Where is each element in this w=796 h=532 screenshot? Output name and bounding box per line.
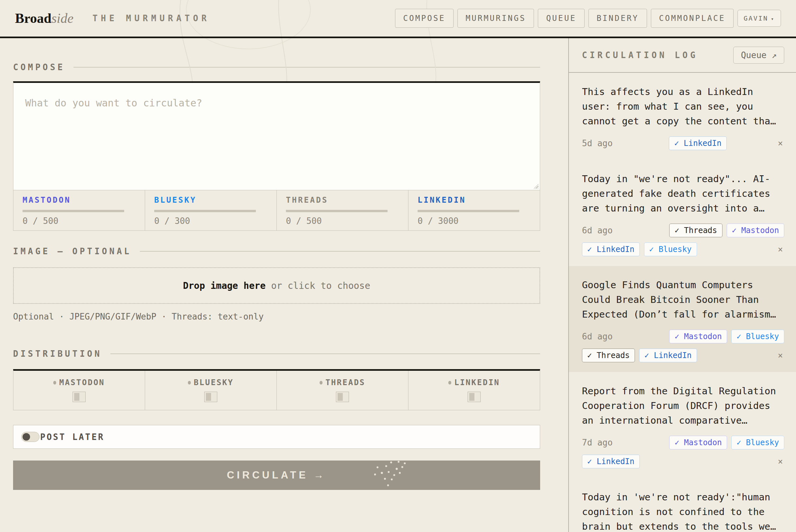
bluesky-badge[interactable]: ✓ Bluesky	[644, 243, 697, 256]
threads-progress-track	[286, 210, 387, 212]
chevron-down-icon: ▾	[771, 16, 775, 22]
linkedin-checkbox[interactable]	[468, 392, 481, 402]
section-divider-line	[74, 67, 540, 68]
distribution-cell-threads: THREADS	[276, 371, 408, 410]
distribution-section: DISTRIBUTION MASTODON BLUESKY THREADS LI…	[13, 349, 540, 410]
logo-secondary: side	[51, 11, 74, 26]
bluesky-progress-track	[154, 210, 256, 212]
log-entry-time: 6d ago	[582, 331, 619, 341]
image-section-label: IMAGE — OPTIONAL	[13, 246, 131, 256]
platform-dot-icon	[53, 381, 56, 384]
nav-commonplace-button[interactable]: COMMONPLACE	[651, 9, 734, 28]
threads-checkbox[interactable]	[336, 392, 349, 402]
platform-dot-icon	[188, 381, 191, 384]
mastodon-counter-label: MASTODON	[22, 195, 135, 205]
mastodon-badge[interactable]: ✓ Mastodon	[727, 224, 784, 237]
log-entry-text: Today in 'we're not ready':"human cognit…	[582, 490, 784, 532]
checkbox-inner	[338, 393, 343, 401]
threads-counter: THREADS 0 / 500	[276, 190, 408, 230]
close-icon[interactable]: ×	[776, 245, 784, 254]
character-counters: MASTODON 0 / 500 BLUESKY 0 / 300 THREADS…	[13, 190, 540, 231]
mastodon-progress-track	[22, 210, 124, 212]
log-entry-time: 6d ago	[582, 226, 619, 235]
dropzone-primary-text: Drop image here	[183, 280, 266, 291]
section-divider-line	[140, 251, 540, 252]
user-menu-button[interactable]: GAVIN▾	[738, 10, 781, 27]
platform-dot-icon	[448, 381, 451, 384]
app-header: Broadside THE MURMURATOR COMPOSE MURMURI…	[0, 0, 796, 38]
compose-box	[13, 81, 540, 190]
mastodon-char-count: 0 / 500	[22, 216, 135, 226]
main-nav: COMPOSE MURMURINGS QUEUE BINDERY COMMONP…	[395, 9, 781, 28]
checkbox-inner	[206, 393, 211, 401]
post-later-toggle[interactable]	[21, 432, 39, 442]
nav-bindery-button[interactable]: BINDERY	[589, 9, 647, 28]
linkedin-badge[interactable]: ✓ LinkedIn	[669, 136, 727, 150]
log-entry-text: This affects you as a LinkedIn user: fro…	[582, 84, 784, 129]
app-title: THE MURMURATOR	[92, 13, 210, 23]
nav-compose-button[interactable]: COMPOSE	[395, 9, 454, 28]
linkedin-progress-track	[418, 210, 519, 212]
nav-queue-button[interactable]: QUEUE	[538, 9, 584, 28]
linkedin-char-count: 0 / 3000	[418, 216, 531, 226]
log-entry: Today in 'we're not ready':"human cognit…	[582, 478, 784, 532]
threads-char-count: 0 / 500	[286, 216, 399, 226]
distribution-label-threads: THREADS	[325, 378, 365, 387]
circulation-log-header: CIRCULATION LOG Queue ↗	[569, 38, 796, 73]
mastodon-badge[interactable]: ✓ Mastodon	[669, 436, 727, 450]
queue-link-button[interactable]: Queue ↗	[733, 47, 784, 64]
circulation-log-panel: CIRCULATION LOG Queue ↗ This affects you…	[568, 38, 796, 532]
linkedin-badge[interactable]: ✓ LinkedIn	[639, 348, 697, 362]
linkedin-counter: LINKEDIN 0 / 3000	[408, 190, 540, 230]
distribution-cell-bluesky: BLUESKY	[145, 371, 276, 410]
mastodon-counter: MASTODON 0 / 500	[13, 190, 145, 230]
compose-textarea[interactable]	[13, 83, 540, 190]
distribution-label-mastodon: MASTODON	[59, 378, 105, 387]
nav-murmurings-button[interactable]: MURMURINGS	[457, 9, 534, 28]
linkedin-counter-label: LINKEDIN	[418, 195, 531, 205]
compose-section: COMPOSE MASTODON 0 / 500 BLUESKY 0 / 300…	[13, 62, 540, 231]
log-entry-text: Google Finds Quantum Computers Could Bre…	[582, 278, 784, 322]
distribution-cell-linkedin: LINKEDIN	[408, 371, 540, 410]
log-entry-highlighted: Google Finds Quantum Computers Could Bre…	[569, 266, 796, 372]
distribution-label-linkedin: LINKEDIN	[454, 378, 500, 387]
post-later-row: POST LATER	[13, 425, 540, 449]
threads-badge[interactable]: ✓ Threads	[582, 348, 635, 362]
bluesky-counter: BLUESKY 0 / 300	[145, 190, 276, 230]
linkedin-badge[interactable]: ✓ LinkedIn	[582, 455, 640, 468]
bluesky-checkbox[interactable]	[204, 392, 217, 402]
close-icon[interactable]: ×	[776, 138, 784, 148]
section-divider-line	[110, 354, 540, 354]
bluesky-counter-label: BLUESKY	[154, 195, 267, 205]
threads-badge[interactable]: ✓ Threads	[669, 224, 722, 237]
distribution-section-label: DISTRIBUTION	[13, 349, 102, 359]
checkbox-inner	[469, 393, 474, 401]
close-icon[interactable]: ×	[776, 457, 784, 467]
log-entry: Today in "we're not ready"... AI-generat…	[582, 160, 784, 266]
post-later-label: POST LATER	[40, 432, 105, 442]
circulate-button[interactable]: CIRCULATE →	[13, 460, 540, 490]
distribution-cell-mastodon: MASTODON	[13, 371, 145, 410]
log-entry-time: 7d ago	[582, 438, 619, 448]
mastodon-badge[interactable]: ✓ Mastodon	[669, 330, 727, 343]
bluesky-badge[interactable]: ✓ Bluesky	[731, 330, 784, 343]
compose-panel: COMPOSE MASTODON 0 / 500 BLUESKY 0 / 300…	[0, 38, 568, 532]
close-icon[interactable]: ×	[776, 350, 784, 360]
logo-primary: Broad	[15, 11, 51, 26]
circulation-log-title: CIRCULATION LOG	[582, 50, 698, 60]
toggle-knob	[22, 433, 30, 441]
log-entry-text: Report from the Digital Regulation Coope…	[582, 384, 784, 428]
linkedin-badge[interactable]: ✓ LinkedIn	[582, 243, 640, 256]
murmuration-dots-icon	[372, 460, 411, 490]
log-entry-text: Today in "we're not ready"... AI-generat…	[582, 172, 784, 216]
threads-counter-label: THREADS	[286, 195, 399, 205]
image-section: IMAGE — OPTIONAL Drop image here or clic…	[13, 246, 540, 322]
log-entry-time: 5d ago	[582, 138, 619, 148]
image-format-hint: Optional · JPEG/PNG/GIF/WebP · Threads: …	[13, 312, 540, 322]
image-dropzone[interactable]: Drop image here or click to choose	[13, 267, 540, 304]
distribution-box: MASTODON BLUESKY THREADS LINKEDIN	[13, 369, 540, 410]
circulate-button-label: CIRCULATE →	[227, 469, 326, 481]
mastodon-checkbox[interactable]	[73, 392, 86, 402]
platform-dot-icon	[320, 381, 323, 384]
bluesky-badge[interactable]: ✓ Bluesky	[731, 436, 784, 450]
